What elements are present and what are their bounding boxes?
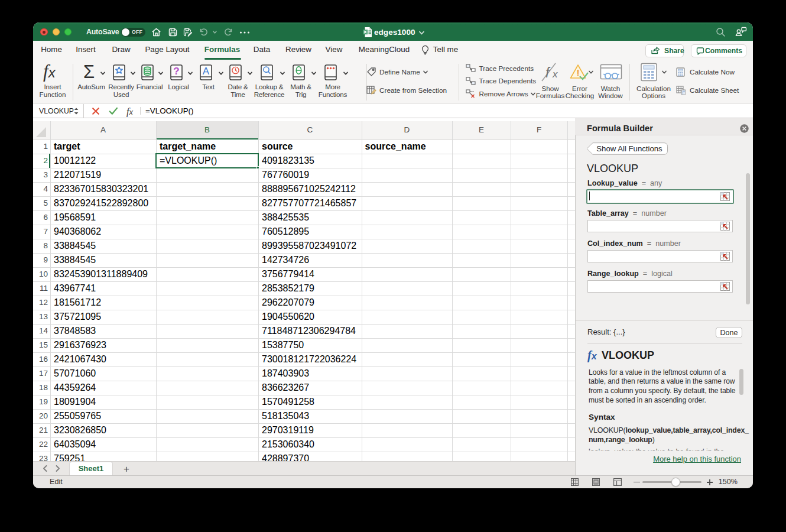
- svg-text:x: x: [552, 69, 558, 80]
- svg-text:?: ?: [173, 66, 179, 77]
- svg-text:!: !: [577, 68, 580, 77]
- svg-text:f: f: [545, 65, 551, 80]
- svg-text:Show All Functions: Show All Functions: [596, 144, 662, 153]
- svg-text:A: A: [203, 66, 210, 77]
